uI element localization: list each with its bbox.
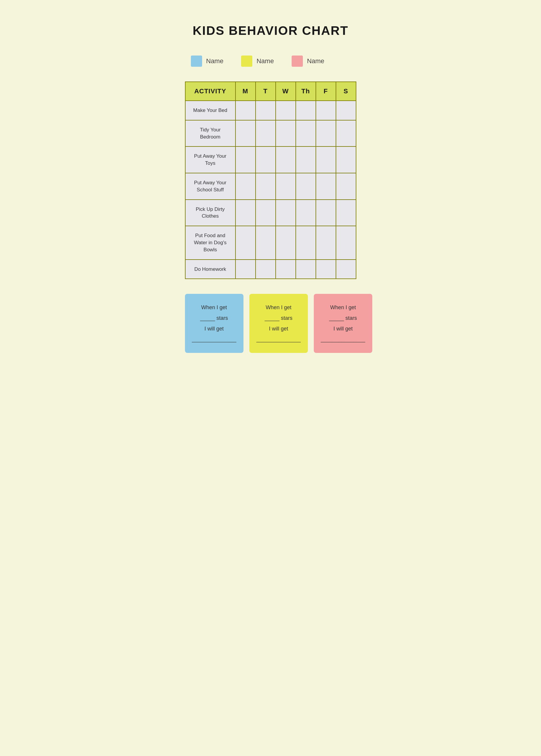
day-cell-r5-d2 [276, 226, 296, 259]
table-row: Put Away Your Toys [185, 146, 356, 173]
reward-pink-line3: I will get [321, 323, 365, 334]
legend-color-yellow [241, 56, 252, 67]
table-row: Do Homework [185, 260, 356, 279]
day-cell-r6-d2 [276, 260, 296, 279]
activity-cell-4: Pick Up Dirty Clothes [185, 200, 236, 226]
table-row: Put Food and Water in Dog's Bowls [185, 226, 356, 259]
day-cell-r0-d1 [256, 101, 276, 120]
day-cell-r4-d5 [336, 200, 356, 226]
col-header-thu: Th [296, 82, 316, 101]
reward-blue-line1: When I get [192, 302, 237, 313]
activity-cell-6: Do Homework [185, 260, 236, 279]
day-cell-r2-d4 [316, 146, 336, 173]
day-cell-r6-d5 [336, 260, 356, 279]
day-cell-r0-d3 [296, 101, 316, 120]
day-cell-r6-d3 [296, 260, 316, 279]
activity-cell-1: Tidy Your Bedroom [185, 120, 236, 147]
day-cell-r0-d5 [336, 101, 356, 120]
legend-item-pink: Name [291, 56, 324, 67]
day-cell-r4-d0 [236, 200, 256, 226]
day-cell-r1-d2 [276, 120, 296, 147]
day-cell-r1-d1 [256, 120, 276, 147]
col-header-tue: T [256, 82, 276, 101]
day-cell-r4-d4 [316, 200, 336, 226]
page-container: KIDS BEHAVIOR CHART Name Name Name ACTIV… [167, 6, 374, 371]
reward-yellow-line4: _______________ [257, 334, 301, 345]
table-row: Pick Up Dirty Clothes [185, 200, 356, 226]
day-cell-r3-d3 [296, 173, 316, 200]
day-cell-r1-d0 [236, 120, 256, 147]
day-cell-r5-d1 [256, 226, 276, 259]
day-cell-r2-d0 [236, 146, 256, 173]
reward-pink-line4: _______________ [321, 334, 365, 345]
day-cell-r3-d1 [256, 173, 276, 200]
activity-cell-2: Put Away Your Toys [185, 146, 236, 173]
table-header-row: ACTIVITY M T W Th F S [185, 82, 356, 101]
col-header-fri: F [316, 82, 336, 101]
day-cell-r3-d4 [316, 173, 336, 200]
legend-item-yellow: Name [241, 56, 274, 67]
legend-color-blue [191, 56, 202, 67]
legend-color-pink [291, 56, 303, 67]
legend-item-blue: Name [191, 56, 224, 67]
day-cell-r0-d0 [236, 101, 256, 120]
day-cell-r0-d4 [316, 101, 336, 120]
col-header-mon: M [236, 82, 256, 101]
activity-cell-3: Put Away Your School Stuff [185, 173, 236, 200]
reward-pink-line1: When I get [321, 302, 365, 313]
day-cell-r6-d0 [236, 260, 256, 279]
legend-label-yellow: Name [257, 57, 274, 65]
reward-card-pink: When I get _____ stars I will get ______… [314, 294, 372, 353]
reward-yellow-line2: _____ stars [257, 313, 301, 323]
day-cell-r4-d3 [296, 200, 316, 226]
reward-card-blue: When I get _____ stars I will get ______… [185, 294, 244, 353]
table-row: Tidy Your Bedroom [185, 120, 356, 147]
col-header-activity: ACTIVITY [185, 82, 236, 101]
reward-yellow-line3: I will get [257, 323, 301, 334]
reward-row: When I get _____ stars I will get ______… [185, 294, 356, 353]
day-cell-r6-d1 [256, 260, 276, 279]
day-cell-r5-d5 [336, 226, 356, 259]
day-cell-r2-d2 [276, 146, 296, 173]
day-cell-r1-d3 [296, 120, 316, 147]
reward-blue-line2: _____ stars [192, 313, 237, 323]
day-cell-r0-d2 [276, 101, 296, 120]
day-cell-r1-d4 [316, 120, 336, 147]
activity-cell-5: Put Food and Water in Dog's Bowls [185, 226, 236, 259]
day-cell-r6-d4 [316, 260, 336, 279]
legend-label-blue: Name [206, 57, 224, 65]
legend-row: Name Name Name [185, 56, 356, 67]
reward-blue-line4: _______________ [192, 334, 237, 345]
col-header-wed: W [276, 82, 296, 101]
legend-label-pink: Name [307, 57, 324, 65]
reward-blue-line3: I will get [192, 323, 237, 334]
day-cell-r4-d2 [276, 200, 296, 226]
day-cell-r2-d3 [296, 146, 316, 173]
page-title: KIDS BEHAVIOR CHART [185, 24, 356, 38]
day-cell-r3-d0 [236, 173, 256, 200]
day-cell-r4-d1 [256, 200, 276, 226]
day-cell-r2-d1 [256, 146, 276, 173]
day-cell-r2-d5 [336, 146, 356, 173]
reward-yellow-line1: When I get [257, 302, 301, 313]
col-header-sat: S [336, 82, 356, 101]
table-row: Put Away Your School Stuff [185, 173, 356, 200]
reward-card-yellow: When I get _____ stars I will get ______… [250, 294, 308, 353]
day-cell-r5-d3 [296, 226, 316, 259]
activity-cell-0: Make Your Bed [185, 101, 236, 120]
day-cell-r3-d2 [276, 173, 296, 200]
behavior-chart-table: ACTIVITY M T W Th F S Make Your BedTidy … [185, 82, 356, 279]
day-cell-r3-d5 [336, 173, 356, 200]
day-cell-r1-d5 [336, 120, 356, 147]
reward-pink-line2: _____ stars [321, 313, 365, 323]
day-cell-r5-d0 [236, 226, 256, 259]
day-cell-r5-d4 [316, 226, 336, 259]
table-row: Make Your Bed [185, 101, 356, 120]
